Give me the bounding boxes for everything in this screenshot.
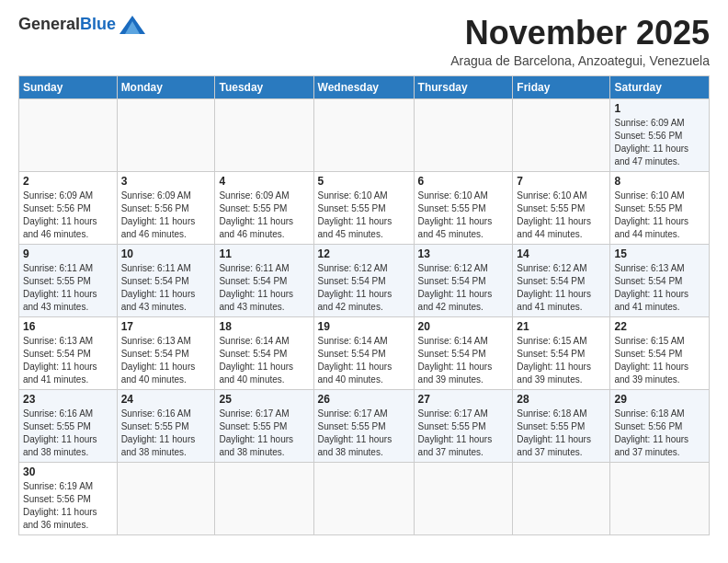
- day-number: 30: [23, 465, 113, 478]
- day-cell: [513, 462, 610, 534]
- day-info: Sunrise: 6:17 AM Sunset: 5:55 PM Dayligh…: [418, 408, 509, 459]
- day-info: Sunrise: 6:14 AM Sunset: 5:54 PM Dayligh…: [418, 335, 509, 386]
- title-area: November 2025 Aragua de Barcelona, Anzoa…: [450, 15, 710, 68]
- header-day-tuesday: Tuesday: [215, 75, 313, 98]
- calendar: SundayMondayTuesdayWednesdayThursdayFrid…: [18, 75, 710, 535]
- day-number: 14: [517, 247, 606, 260]
- day-cell: [610, 462, 710, 534]
- day-number: 16: [23, 320, 113, 333]
- day-number: 3: [121, 175, 211, 188]
- day-cell: 22Sunrise: 6:15 AM Sunset: 5:54 PM Dayli…: [610, 316, 710, 389]
- day-cell: 14Sunrise: 6:12 AM Sunset: 5:54 PM Dayli…: [513, 244, 610, 316]
- day-cell: 21Sunrise: 6:15 AM Sunset: 5:54 PM Dayli…: [513, 316, 610, 389]
- week-row-6: 30Sunrise: 6:19 AM Sunset: 5:56 PM Dayli…: [19, 462, 710, 534]
- day-cell: 18Sunrise: 6:14 AM Sunset: 5:54 PM Dayli…: [215, 316, 313, 389]
- day-cell: [117, 462, 215, 534]
- day-number: 26: [318, 393, 410, 406]
- day-number: 11: [219, 247, 309, 260]
- header-day-friday: Friday: [513, 75, 610, 98]
- day-number: 21: [517, 320, 606, 333]
- day-info: Sunrise: 6:12 AM Sunset: 5:54 PM Dayligh…: [318, 262, 410, 314]
- subtitle: Aragua de Barcelona, Anzoategui, Venezue…: [450, 53, 710, 68]
- day-number: 22: [614, 320, 705, 333]
- day-cell: 20Sunrise: 6:14 AM Sunset: 5:54 PM Dayli…: [414, 316, 513, 389]
- header-row: SundayMondayTuesdayWednesdayThursdayFrid…: [19, 75, 710, 98]
- day-info: Sunrise: 6:11 AM Sunset: 5:54 PM Dayligh…: [121, 262, 211, 314]
- day-cell: 28Sunrise: 6:18 AM Sunset: 5:55 PM Dayli…: [513, 389, 610, 462]
- week-row-5: 23Sunrise: 6:16 AM Sunset: 5:55 PM Dayli…: [19, 389, 710, 462]
- month-title: November 2025: [450, 15, 710, 52]
- day-info: Sunrise: 6:18 AM Sunset: 5:56 PM Dayligh…: [614, 408, 705, 459]
- header-day-saturday: Saturday: [610, 75, 710, 98]
- day-number: 13: [418, 247, 509, 260]
- day-cell: [414, 462, 513, 534]
- day-number: 23: [23, 393, 113, 406]
- logo-icon: [119, 16, 145, 34]
- day-number: 5: [318, 175, 410, 188]
- day-info: Sunrise: 6:10 AM Sunset: 5:55 PM Dayligh…: [418, 190, 509, 241]
- day-cell: 4Sunrise: 6:09 AM Sunset: 5:55 PM Daylig…: [215, 171, 313, 244]
- header-day-thursday: Thursday: [414, 75, 513, 98]
- day-number: 15: [614, 247, 705, 260]
- day-info: Sunrise: 6:10 AM Sunset: 5:55 PM Dayligh…: [318, 190, 410, 241]
- day-number: 8: [614, 175, 705, 188]
- day-number: 25: [219, 393, 309, 406]
- week-row-2: 2Sunrise: 6:09 AM Sunset: 5:56 PM Daylig…: [19, 171, 710, 244]
- day-number: 9: [23, 247, 113, 260]
- week-row-3: 9Sunrise: 6:11 AM Sunset: 5:55 PM Daylig…: [19, 244, 710, 316]
- day-info: Sunrise: 6:15 AM Sunset: 5:54 PM Dayligh…: [517, 335, 606, 386]
- day-cell: [215, 462, 313, 534]
- day-info: Sunrise: 6:10 AM Sunset: 5:55 PM Dayligh…: [517, 190, 606, 241]
- day-info: Sunrise: 6:11 AM Sunset: 5:54 PM Dayligh…: [219, 262, 309, 314]
- day-number: 27: [418, 393, 509, 406]
- day-info: Sunrise: 6:19 AM Sunset: 5:56 PM Dayligh…: [23, 480, 113, 532]
- day-cell: 12Sunrise: 6:12 AM Sunset: 5:54 PM Dayli…: [313, 244, 414, 316]
- day-cell: 2Sunrise: 6:09 AM Sunset: 5:56 PM Daylig…: [19, 171, 118, 244]
- day-info: Sunrise: 6:16 AM Sunset: 5:55 PM Dayligh…: [23, 408, 113, 459]
- day-info: Sunrise: 6:09 AM Sunset: 5:56 PM Dayligh…: [614, 117, 705, 168]
- day-cell: [513, 98, 610, 171]
- day-cell: [19, 98, 118, 171]
- day-info: Sunrise: 6:10 AM Sunset: 5:55 PM Dayligh…: [614, 190, 705, 241]
- day-info: Sunrise: 6:09 AM Sunset: 5:56 PM Dayligh…: [23, 190, 113, 241]
- day-cell: 3Sunrise: 6:09 AM Sunset: 5:56 PM Daylig…: [117, 171, 215, 244]
- calendar-body: 1Sunrise: 6:09 AM Sunset: 5:56 PM Daylig…: [19, 98, 710, 534]
- day-info: Sunrise: 6:12 AM Sunset: 5:54 PM Dayligh…: [517, 262, 606, 314]
- day-cell: 16Sunrise: 6:13 AM Sunset: 5:54 PM Dayli…: [19, 316, 118, 389]
- day-info: Sunrise: 6:14 AM Sunset: 5:54 PM Dayligh…: [219, 335, 309, 386]
- day-info: Sunrise: 6:17 AM Sunset: 5:55 PM Dayligh…: [219, 408, 309, 459]
- logo-blue: Blue: [80, 15, 116, 34]
- day-number: 28: [517, 393, 606, 406]
- day-cell: 19Sunrise: 6:14 AM Sunset: 5:54 PM Dayli…: [313, 316, 414, 389]
- logo-area: General Blue: [18, 15, 145, 34]
- header-day-sunday: Sunday: [19, 75, 118, 98]
- day-cell: 25Sunrise: 6:17 AM Sunset: 5:55 PM Dayli…: [215, 389, 313, 462]
- logo: General Blue: [18, 15, 145, 34]
- day-info: Sunrise: 6:13 AM Sunset: 5:54 PM Dayligh…: [23, 335, 113, 386]
- day-number: 4: [219, 175, 309, 188]
- day-cell: 9Sunrise: 6:11 AM Sunset: 5:55 PM Daylig…: [19, 244, 118, 316]
- day-number: 20: [418, 320, 509, 333]
- day-number: 18: [219, 320, 309, 333]
- day-number: 29: [614, 393, 705, 406]
- day-cell: 10Sunrise: 6:11 AM Sunset: 5:54 PM Dayli…: [117, 244, 215, 316]
- header: General Blue November 2025 Aragua de Bar…: [18, 15, 710, 68]
- week-row-4: 16Sunrise: 6:13 AM Sunset: 5:54 PM Dayli…: [19, 316, 710, 389]
- day-info: Sunrise: 6:12 AM Sunset: 5:54 PM Dayligh…: [418, 262, 509, 314]
- day-cell: 6Sunrise: 6:10 AM Sunset: 5:55 PM Daylig…: [414, 171, 513, 244]
- day-cell: [117, 98, 215, 171]
- day-info: Sunrise: 6:17 AM Sunset: 5:55 PM Dayligh…: [318, 408, 410, 459]
- calendar-header: SundayMondayTuesdayWednesdayThursdayFrid…: [19, 75, 710, 98]
- day-info: Sunrise: 6:18 AM Sunset: 5:55 PM Dayligh…: [517, 408, 606, 459]
- day-cell: 15Sunrise: 6:13 AM Sunset: 5:54 PM Dayli…: [610, 244, 710, 316]
- day-cell: 29Sunrise: 6:18 AM Sunset: 5:56 PM Dayli…: [610, 389, 710, 462]
- day-cell: 7Sunrise: 6:10 AM Sunset: 5:55 PM Daylig…: [513, 171, 610, 244]
- day-number: 6: [418, 175, 509, 188]
- header-day-wednesday: Wednesday: [313, 75, 414, 98]
- day-cell: 8Sunrise: 6:10 AM Sunset: 5:55 PM Daylig…: [610, 171, 710, 244]
- day-cell: 30Sunrise: 6:19 AM Sunset: 5:56 PM Dayli…: [19, 462, 118, 534]
- day-cell: 13Sunrise: 6:12 AM Sunset: 5:54 PM Dayli…: [414, 244, 513, 316]
- day-number: 7: [517, 175, 606, 188]
- day-number: 19: [318, 320, 410, 333]
- day-number: 1: [614, 102, 705, 115]
